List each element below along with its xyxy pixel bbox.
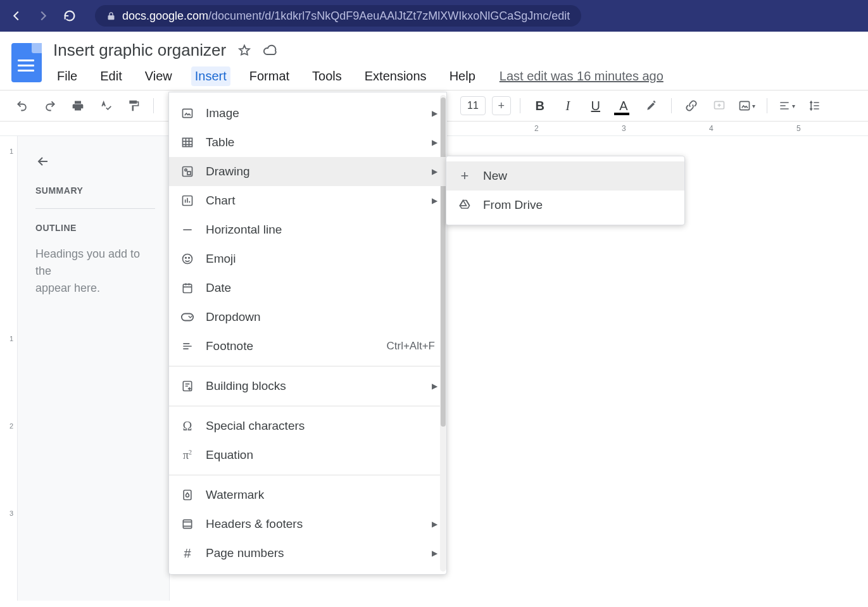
- last-edit-link[interactable]: Last edit was 16 minutes ago: [500, 69, 664, 84]
- insert-headers-footers-item[interactable]: Headers & footers ▶: [169, 510, 446, 539]
- add-comment-button[interactable]: [708, 95, 730, 116]
- font-size-increase[interactable]: +: [492, 96, 511, 115]
- insert-footnote-item[interactable]: Footnote Ctrl+Alt+F: [169, 332, 446, 361]
- pi-icon: π2: [180, 449, 194, 462]
- vertical-ruler[interactable]: 1 1 2 3: [0, 136, 18, 601]
- cloud-icon[interactable]: [263, 43, 278, 58]
- insert-dropdown-item[interactable]: Dropdown: [169, 303, 446, 332]
- outline-sidebar: SUMMARY OUTLINE Headings you add to the …: [18, 136, 170, 601]
- svg-rect-1: [740, 101, 750, 110]
- insert-emoji-item[interactable]: Emoji: [169, 244, 446, 273]
- svg-rect-15: [183, 520, 191, 528]
- svg-point-8: [183, 254, 192, 264]
- outline-heading: OUTLINE: [35, 223, 155, 233]
- menu-help[interactable]: Help: [446, 66, 479, 86]
- browser-toolbar: docs.google.com/document/d/1kdkrl7sNkQdF…: [0, 0, 868, 32]
- svg-point-10: [189, 258, 190, 259]
- menu-view[interactable]: View: [141, 66, 176, 86]
- submenu-arrow-icon: ▶: [432, 167, 437, 176]
- watermark-icon: [180, 489, 194, 501]
- submenu-arrow-icon: ▶: [432, 138, 437, 147]
- print-button[interactable]: [67, 95, 89, 116]
- drawing-new-item[interactable]: + New: [446, 161, 684, 191]
- headers-footers-icon: [180, 518, 194, 530]
- insert-chart-item[interactable]: Chart ▶: [169, 186, 446, 215]
- url-host: docs.google.com: [122, 9, 208, 22]
- omega-icon: Ω: [180, 419, 194, 434]
- insert-table-item[interactable]: Table ▶: [169, 128, 446, 157]
- insert-equation-item[interactable]: π2 Equation: [169, 441, 446, 470]
- drawing-submenu: + New From Drive: [446, 156, 685, 225]
- underline-button[interactable]: U: [585, 99, 607, 113]
- ruler-mark: 2: [534, 124, 539, 133]
- insert-drawing-item[interactable]: Drawing ▶: [169, 157, 446, 186]
- undo-button[interactable]: [11, 95, 33, 116]
- insert-image-item[interactable]: Image ▶: [169, 99, 446, 128]
- menu-format[interactable]: Format: [246, 66, 293, 86]
- browser-reload-button[interactable]: [61, 7, 79, 25]
- building-blocks-icon: [180, 380, 194, 392]
- browser-forward-button[interactable]: [34, 7, 52, 25]
- menu-file[interactable]: File: [53, 66, 81, 86]
- docs-header: Insert graphic organizer File Edit View …: [0, 32, 868, 86]
- horizontal-line-icon: [180, 223, 194, 236]
- redo-button[interactable]: [39, 95, 61, 116]
- docs-logo-icon[interactable]: [11, 43, 42, 82]
- insert-watermark-item[interactable]: Watermark: [169, 480, 446, 510]
- plus-icon: +: [458, 168, 472, 184]
- bold-button[interactable]: B: [529, 99, 551, 113]
- line-spacing-button[interactable]: [804, 95, 826, 116]
- menu-extensions[interactable]: Extensions: [361, 66, 431, 86]
- document-title[interactable]: Insert graphic organizer: [53, 41, 226, 60]
- submenu-arrow-icon: ▶: [432, 196, 437, 205]
- insert-horizontal-line-item[interactable]: Horizontal line: [169, 215, 446, 244]
- highlight-button[interactable]: [641, 95, 662, 116]
- submenu-arrow-icon: ▶: [432, 520, 437, 529]
- menu-edit[interactable]: Edit: [96, 66, 125, 86]
- menu-separator: [169, 366, 446, 366]
- font-size-input[interactable]: 11: [460, 96, 486, 115]
- lock-icon: [106, 11, 116, 21]
- insert-menu-dropdown: Image ▶ Table ▶ Drawing ▶ Chart ▶ Horizo…: [168, 92, 447, 575]
- paint-format-button[interactable]: [123, 95, 144, 116]
- table-icon: [180, 136, 194, 149]
- chart-icon: [180, 194, 194, 207]
- menu-insert[interactable]: Insert: [191, 66, 230, 86]
- submenu-arrow-icon: ▶: [432, 382, 437, 391]
- summary-heading: SUMMARY: [35, 185, 155, 196]
- insert-special-characters-item[interactable]: Ω Special characters: [169, 411, 446, 441]
- svg-rect-3: [183, 138, 192, 146]
- dropdown-chip-icon: [180, 312, 194, 322]
- collapse-outline-button[interactable]: [35, 154, 155, 169]
- drive-icon: [458, 199, 472, 211]
- browser-back-button[interactable]: [8, 7, 25, 25]
- submenu-arrow-icon: ▶: [432, 109, 437, 118]
- toolbar-separator: [767, 98, 767, 113]
- ruler-mark: 4: [709, 124, 714, 133]
- insert-page-numbers-item[interactable]: # Page numbers ▶: [169, 539, 446, 568]
- insert-image-button[interactable]: ▾: [736, 95, 758, 116]
- italic-button[interactable]: I: [557, 99, 579, 113]
- sidebar-divider: [35, 208, 155, 209]
- url-path: /document/d/1kdkrl7sNkQdF9AeuAAlJtZt7zMl…: [208, 9, 570, 22]
- text-color-button[interactable]: A: [613, 99, 634, 113]
- menu-bar: File Edit View Insert Format Tools Exten…: [53, 66, 857, 86]
- insert-building-blocks-item[interactable]: Building blocks ▶: [169, 372, 446, 401]
- toolbar-separator: [520, 98, 520, 113]
- footnote-icon: [180, 340, 194, 353]
- drawing-from-drive-item[interactable]: From Drive: [446, 191, 684, 220]
- submenu-arrow-icon: ▶: [432, 549, 437, 558]
- address-bar[interactable]: docs.google.com/document/d/1kdkrl7sNkQdF…: [95, 5, 581, 27]
- star-icon[interactable]: [237, 44, 251, 58]
- align-button[interactable]: ▾: [776, 95, 798, 116]
- insert-link-button[interactable]: [681, 95, 702, 116]
- svg-rect-14: [184, 491, 191, 500]
- toolbar-separator: [671, 98, 672, 113]
- spellcheck-button[interactable]: [95, 95, 116, 116]
- drawing-icon: [180, 165, 194, 178]
- emoji-icon: [180, 253, 194, 265]
- insert-date-item[interactable]: Date: [169, 273, 446, 303]
- menu-tools[interactable]: Tools: [308, 66, 346, 86]
- image-icon: [180, 107, 194, 120]
- menu-separator: [169, 406, 446, 406]
